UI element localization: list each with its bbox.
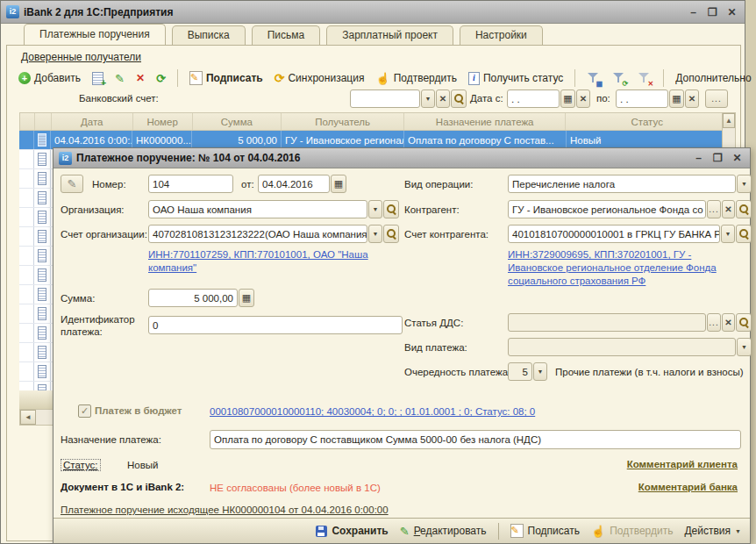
amount-group[interactable]: 5 000,00 bbox=[148, 289, 254, 307]
date-calendar-button[interactable] bbox=[331, 175, 346, 193]
operation-type-dropdown-button[interactable] bbox=[737, 175, 752, 193]
tab-salary-project[interactable]: Зарплатный проект bbox=[326, 25, 453, 45]
date-to-clear-button[interactable] bbox=[685, 89, 699, 108]
edit-button[interactable] bbox=[112, 71, 127, 86]
budget-details-link[interactable]: 00010807000010000110; 40030004; 0; 0; ; … bbox=[210, 405, 535, 419]
date-from-input[interactable]: . . bbox=[507, 89, 560, 108]
number-input[interactable]: 104 bbox=[148, 175, 233, 193]
dialog-titlebar[interactable]: i2 Платежное поручение: № 104 от 04.04.2… bbox=[53, 148, 750, 168]
refresh-button[interactable] bbox=[153, 71, 168, 86]
column-header-status[interactable]: Статус bbox=[566, 113, 728, 130]
bank-account-dropdown-button[interactable] bbox=[421, 89, 435, 108]
copy-document-button[interactable] bbox=[89, 70, 106, 87]
column-header-purpose[interactable]: Назначение платежа bbox=[404, 113, 567, 130]
edit-button[interactable]: Редактировать bbox=[400, 525, 487, 537]
edit-number-button[interactable] bbox=[61, 175, 83, 193]
tab-letters[interactable]: Письма bbox=[252, 25, 321, 45]
confirm-button[interactable]: Подтвердить bbox=[591, 525, 674, 537]
minimize-button[interactable]: – bbox=[686, 6, 701, 18]
dds-group[interactable] bbox=[508, 313, 752, 332]
main-titlebar[interactable]: i2 iBank 2 для 1С:Предприятия – ❐ ✕ bbox=[1, 1, 745, 24]
org-account-combo[interactable]: 40702810813123123222(ОАО Наша компания) bbox=[148, 225, 399, 243]
tab-statement[interactable]: Выписка bbox=[172, 25, 246, 45]
bank-account-combo[interactable] bbox=[350, 89, 467, 108]
contractor-group[interactable]: ГУ - Ивановское региональное Фонда со bbox=[508, 200, 752, 218]
filter-apply-button[interactable]: ⟳ bbox=[610, 70, 629, 87]
dialog-close-button[interactable]: ✕ bbox=[730, 152, 745, 164]
sync-button[interactable]: Синхронизация bbox=[272, 70, 367, 86]
column-header-number[interactable]: Номер bbox=[133, 113, 193, 130]
confirm-button[interactable]: Подтвердить bbox=[373, 70, 460, 86]
add-button[interactable]: Добавить bbox=[16, 70, 83, 86]
column-header-date[interactable]: Дата bbox=[52, 113, 133, 130]
maximize-button[interactable]: ❐ bbox=[705, 6, 720, 18]
bank-account-input[interactable] bbox=[350, 89, 420, 108]
organization-input[interactable]: ОАО Наша компания bbox=[148, 200, 367, 218]
date-from-group[interactable]: . . bbox=[507, 89, 590, 108]
column-header-recipient[interactable]: Получатель bbox=[282, 113, 404, 130]
payment-type-dropdown-button[interactable] bbox=[737, 338, 752, 356]
organization-combo[interactable]: ОАО Наша компания bbox=[148, 200, 399, 218]
actions-button[interactable]: Действия bbox=[684, 525, 741, 537]
date-to-calendar-button[interactable] bbox=[669, 89, 684, 108]
contractor-clear-button[interactable] bbox=[722, 200, 735, 218]
tab-settings[interactable]: Настройки bbox=[460, 25, 543, 45]
get-status-button[interactable]: Получить статус bbox=[466, 70, 566, 87]
organization-search-button[interactable] bbox=[383, 200, 399, 218]
operation-type-input[interactable]: Перечисление налога bbox=[508, 175, 736, 193]
contractor-inn-link[interactable]: ИНН:3729009695, КПП:370201001, ГУ - Иван… bbox=[508, 248, 746, 288]
dialog-minimize-button[interactable]: – bbox=[691, 152, 706, 164]
dialog-maximize-button[interactable]: ❐ bbox=[710, 152, 725, 164]
filter-clear-button[interactable]: ✕ bbox=[635, 70, 654, 87]
org-inn-link[interactable]: ИНН:7701107259, КПП:770101001, ОАО "Наша… bbox=[148, 248, 383, 275]
column-header-amount[interactable]: Сумма bbox=[193, 113, 282, 130]
client-comment-link[interactable]: Комментарий клиента bbox=[627, 459, 738, 469]
bank-account-clear-button[interactable] bbox=[436, 89, 450, 108]
close-button[interactable]: ✕ bbox=[724, 6, 739, 18]
contractor-account-dropdown-button[interactable] bbox=[721, 225, 735, 243]
payment-type-input[interactable] bbox=[508, 338, 736, 356]
date-from-clear-button[interactable] bbox=[576, 89, 590, 108]
priority-input[interactable]: 5 bbox=[508, 362, 532, 381]
trusted-recipients-link[interactable]: Доверенные получатели bbox=[21, 51, 141, 63]
contractor-input[interactable]: ГУ - Ивановское региональное Фонда со bbox=[508, 200, 706, 218]
org-account-search-button[interactable] bbox=[383, 225, 399, 243]
filter-settings-button[interactable]: ▦ bbox=[584, 70, 603, 87]
status-link[interactable]: Статус: bbox=[61, 459, 101, 471]
contractor-account-input[interactable]: 40101810700000010001 в ГРКЦ ГУ БАНКА РО bbox=[508, 225, 720, 243]
sign-button[interactable]: Подписать bbox=[187, 69, 266, 87]
date-group[interactable]: 04.04.2016 bbox=[258, 175, 346, 193]
operation-type-combo[interactable]: Перечисление налога bbox=[508, 175, 752, 193]
contractor-account-combo[interactable]: 40101810700000010001 в ГРКЦ ГУ БАНКА РО bbox=[508, 225, 752, 243]
budget-checkbox[interactable] bbox=[78, 404, 91, 418]
scroll-up-button[interactable]: ▲ bbox=[723, 113, 735, 128]
more-button[interactable]: Дополнительно bbox=[673, 70, 756, 86]
amount-input[interactable]: 5 000,00 bbox=[148, 289, 238, 307]
save-button[interactable]: Сохранить bbox=[316, 525, 388, 537]
dds-clear-button[interactable] bbox=[722, 313, 735, 332]
org-account-input[interactable]: 40702810813123123222(ОАО Наша компания) bbox=[148, 225, 367, 243]
dds-search-button[interactable] bbox=[736, 313, 752, 332]
organization-dropdown-button[interactable] bbox=[368, 200, 382, 218]
purpose-input[interactable]: Оплата по договору С поставщиком Сумма 5… bbox=[210, 430, 741, 449]
bank-comment-link[interactable]: Комментарий банка bbox=[638, 482, 738, 492]
scroll-left-button[interactable]: ◄ bbox=[20, 410, 36, 425]
source-document-link[interactable]: Платежное поручение исходящее НК00000010… bbox=[61, 505, 389, 515]
contractor-select-button[interactable] bbox=[707, 200, 721, 218]
dds-select-button[interactable] bbox=[707, 313, 721, 332]
date-from-calendar-button[interactable] bbox=[560, 89, 575, 108]
priority-combo[interactable]: 5 bbox=[508, 362, 547, 381]
date-to-input[interactable]: . . bbox=[616, 89, 668, 108]
filter-more-button[interactable] bbox=[705, 89, 728, 108]
org-account-dropdown-button[interactable] bbox=[368, 225, 382, 243]
contractor-account-search-button[interactable] bbox=[736, 225, 752, 243]
dds-input[interactable] bbox=[508, 313, 706, 332]
tab-payment-orders[interactable]: Платежные поручения bbox=[24, 24, 166, 45]
amount-calculator-button[interactable] bbox=[239, 289, 254, 307]
delete-button[interactable] bbox=[133, 71, 147, 85]
priority-dropdown-button[interactable] bbox=[533, 362, 547, 381]
date-to-group[interactable]: . . bbox=[616, 89, 699, 108]
bank-account-search-button[interactable] bbox=[451, 89, 467, 108]
date-input[interactable]: 04.04.2016 bbox=[258, 175, 330, 193]
contractor-search-button[interactable] bbox=[736, 200, 752, 218]
